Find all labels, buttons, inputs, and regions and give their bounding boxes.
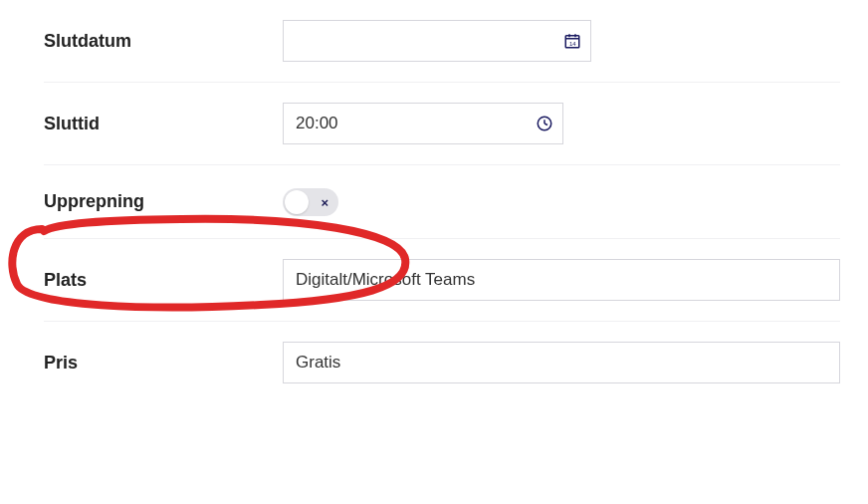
label-location: Plats bbox=[44, 270, 283, 291]
label-repeat: Upprepning bbox=[44, 191, 283, 212]
row-repeat: Upprepning × bbox=[44, 165, 840, 239]
label-end-date: Slutdatum bbox=[44, 31, 283, 52]
toggle-knob bbox=[285, 190, 309, 214]
row-price: Pris bbox=[44, 322, 840, 403]
price-input-wrap bbox=[283, 342, 840, 383]
control-repeat: × bbox=[283, 188, 840, 216]
location-input-wrap bbox=[283, 259, 840, 301]
end-time-input[interactable] bbox=[283, 103, 563, 144]
end-date-input-wrap: 14 bbox=[283, 20, 591, 62]
form: Slutdatum 14 Sluttid bbox=[0, 0, 868, 403]
repeat-toggle[interactable]: × bbox=[283, 188, 338, 216]
end-time-input-wrap bbox=[283, 103, 563, 144]
price-input[interactable] bbox=[283, 342, 840, 383]
control-location bbox=[283, 259, 840, 301]
label-price: Pris bbox=[44, 353, 283, 374]
toggle-off-x-icon: × bbox=[321, 194, 328, 209]
control-price bbox=[283, 342, 840, 383]
control-end-time bbox=[283, 103, 840, 144]
label-end-time: Sluttid bbox=[44, 114, 283, 134]
row-end-time: Sluttid bbox=[44, 83, 840, 165]
row-location: Plats bbox=[44, 239, 840, 322]
control-end-date: 14 bbox=[283, 20, 840, 62]
location-input[interactable] bbox=[283, 259, 840, 301]
row-end-date: Slutdatum 14 bbox=[44, 0, 840, 83]
end-date-input[interactable] bbox=[283, 20, 591, 62]
